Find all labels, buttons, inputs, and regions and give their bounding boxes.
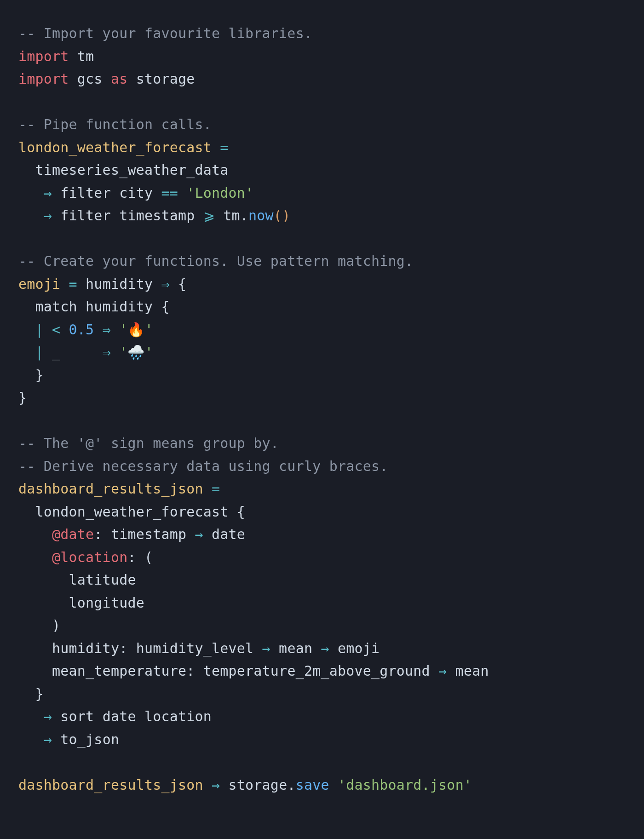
code-token <box>44 322 52 338</box>
code-token: ⇒ <box>103 322 111 338</box>
code-token: mean <box>270 640 321 656</box>
code-token: . <box>287 777 295 793</box>
code-token <box>18 322 35 338</box>
code-token <box>18 367 35 383</box>
code-token: dashboard_results_json <box>18 481 203 497</box>
code-token: emoji <box>329 640 380 656</box>
code-token: -- Pipe function calls. <box>18 116 212 132</box>
code-token: == <box>161 185 178 201</box>
code-token: filter timestamp <box>52 207 203 224</box>
code-token: } <box>18 390 27 406</box>
code-token: = <box>212 481 220 497</box>
code-token: < <box>52 322 60 338</box>
code-token <box>18 526 52 542</box>
code-token: london_weather_forecast <box>18 139 212 155</box>
code-token: : <box>186 663 195 679</box>
code-token <box>60 322 69 338</box>
code-token: → <box>321 640 329 656</box>
code-token <box>60 276 69 292</box>
code-token: 0.5 <box>69 322 94 338</box>
code-token <box>111 344 119 360</box>
code-token: . <box>240 207 248 224</box>
code-token: mean <box>447 663 489 679</box>
code-token: -- Create your functions. Use pattern ma… <box>18 253 413 269</box>
code-token: storage <box>220 777 287 793</box>
code-token <box>18 708 44 724</box>
code-token: : <box>127 549 136 565</box>
code-token <box>203 777 212 793</box>
code-token: filter city <box>52 185 161 201</box>
code-token: → <box>44 185 52 201</box>
code-token: ' <box>119 344 127 360</box>
code-token: ⇒ <box>103 344 111 360</box>
code-token: -- Derive necessary data using curly bra… <box>18 458 388 474</box>
code-token: tm <box>77 48 94 64</box>
code-token <box>18 207 44 224</box>
code-token <box>18 686 35 702</box>
code-token <box>111 322 119 338</box>
code-token: mean_temperature <box>18 663 186 679</box>
code-token <box>127 71 136 87</box>
code-token: save <box>296 777 329 793</box>
code-token <box>69 48 77 64</box>
code-token: gcs <box>77 71 103 87</box>
code-token: → <box>262 640 270 656</box>
code-token: () <box>274 207 291 224</box>
code-token: humidity_level <box>127 640 262 656</box>
code-token: latitude <box>18 572 136 588</box>
code-token: ) <box>52 617 60 633</box>
code-token: ⇒ <box>161 276 169 292</box>
code-token: ' <box>119 322 127 338</box>
code-token: now <box>248 207 274 224</box>
code-token <box>94 322 102 338</box>
code-token: humidity <box>18 640 119 656</box>
code-token: = <box>220 139 228 155</box>
code-block: -- Import your favourite libraries. impo… <box>0 0 644 818</box>
code-token: } <box>35 686 44 702</box>
code-token <box>18 617 52 633</box>
code-token <box>69 71 77 87</box>
code-token: 🔥 <box>127 322 144 338</box>
code-token: dashboard_results_json <box>18 777 203 793</box>
code-token: → <box>44 207 52 224</box>
code-token: : <box>94 526 102 542</box>
code-token: ' <box>145 322 153 338</box>
code-token: -- The '@' sign means group by. <box>18 435 279 451</box>
code-token <box>212 139 220 155</box>
code-token: storage <box>136 71 195 87</box>
code-token: = <box>69 276 77 292</box>
code-token: import <box>18 48 69 64</box>
code-token: temperature_2m_above_ground <box>195 663 439 679</box>
code-token: → <box>44 731 52 747</box>
code-token: { <box>237 504 245 520</box>
code-token: 'London' <box>186 185 253 201</box>
code-token: @date <box>52 526 94 542</box>
code-token: humidity <box>77 276 161 292</box>
code-token <box>329 777 338 793</box>
code-token: } <box>35 367 44 383</box>
code-token: { <box>178 276 186 292</box>
code-token: 'dashboard.json' <box>338 777 472 793</box>
code-token: date <box>203 526 245 542</box>
code-token: longitude <box>18 595 144 611</box>
code-token: timeseries_weather_data <box>18 162 229 178</box>
code-token: → <box>44 708 52 724</box>
code-token <box>136 549 144 565</box>
code-token: match humidity <box>18 299 161 315</box>
code-token: ⩾ <box>203 207 215 224</box>
code-token: -- Import your favourite libraries. <box>18 25 312 41</box>
code-token: london_weather_forecast <box>18 504 237 520</box>
code-token: import <box>18 71 69 87</box>
code-token: | <box>35 322 44 338</box>
code-token: → <box>195 526 203 542</box>
code-token <box>18 731 44 747</box>
code-token: timestamp <box>103 526 195 542</box>
code-token: 🌧️ <box>127 344 144 360</box>
code-token: sort date location <box>52 708 212 724</box>
code-token: → <box>212 777 220 793</box>
code-token <box>170 276 178 292</box>
code-token <box>203 481 212 497</box>
code-token: emoji <box>18 276 60 292</box>
code-token: ' <box>145 344 153 360</box>
code-token <box>18 344 35 360</box>
